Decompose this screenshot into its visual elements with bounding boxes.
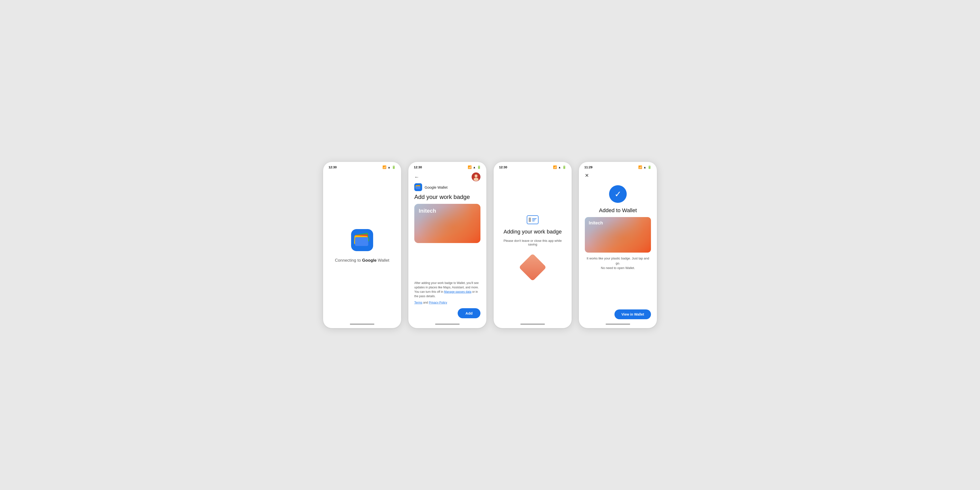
screen2-bottom: After adding your work badge to Wallet, … <box>414 247 480 321</box>
work-badge-icon <box>526 215 539 225</box>
badge-company-name-2: Initech <box>419 208 436 214</box>
id-line-3 <box>532 221 535 221</box>
battery-icon-2: 🔋 <box>477 165 481 169</box>
home-indicator-3 <box>494 321 571 328</box>
status-bar-2: 12:30 📶 ▲ 🔋 <box>409 162 486 170</box>
home-indicator-4 <box>579 321 657 328</box>
battery-icon-4: 🔋 <box>648 165 651 169</box>
user-avatar[interactable] <box>472 172 480 181</box>
screen3-title: Adding your work badge <box>503 229 562 235</box>
screens-container: 12:30 📶 ▲ 🔋 Connecting to Google <box>323 162 657 328</box>
home-indicator-bar-2 <box>435 324 460 325</box>
gw-card-blue <box>416 186 420 189</box>
signal-icon-4: ▲ <box>643 165 646 169</box>
time-4: 11:29 <box>584 165 592 169</box>
screen4-nav: ✕ <box>585 170 651 180</box>
terms-link[interactable]: Terms <box>414 301 422 304</box>
google-wallet-label: Google Wallet <box>425 185 448 189</box>
close-button[interactable]: ✕ <box>585 172 589 178</box>
phone-screen-4: 11:29 📶 ▲ 🔋 ✕ ✓ Added to Wallet Initech … <box>579 162 657 328</box>
card-blue <box>355 237 368 246</box>
screen4-title: Added to Wallet <box>599 207 637 214</box>
time-3: 12:30 <box>499 165 507 169</box>
connecting-text: Connecting to Google Wallet <box>335 258 389 263</box>
google-wallet-icon-small <box>414 183 422 191</box>
screen2-nav: ← <box>414 170 480 183</box>
id-card-icon <box>527 215 539 224</box>
id-lines <box>532 218 536 221</box>
home-indicator-bar-3 <box>520 324 545 325</box>
signal-icon-2: ▲ <box>473 165 476 169</box>
status-icons-2: 📶 ▲ 🔋 <box>468 165 481 169</box>
legal-text: After adding your work badge to Wallet, … <box>414 281 480 298</box>
connecting-brand: Google <box>362 258 377 262</box>
phone-screen-1: 12:30 📶 ▲ 🔋 Connecting to Google <box>323 162 401 328</box>
badge-card-screen4: Initech <box>585 217 651 253</box>
svg-point-1 <box>474 175 477 177</box>
connecting-text-after: Wallet <box>377 258 389 262</box>
and-text: and <box>423 301 429 304</box>
svg-point-2 <box>474 178 479 181</box>
terms-line: Terms and Privacy Policy <box>414 301 480 304</box>
success-checkmark: ✓ <box>609 185 627 203</box>
status-bar-3: 12:30 📶 ▲ 🔋 <box>494 162 571 170</box>
add-button[interactable]: Add <box>458 308 480 318</box>
time-1: 12:30 <box>329 165 337 169</box>
status-icons-3: 📶 ▲ 🔋 <box>553 165 566 169</box>
id-photo-placeholder <box>529 218 531 222</box>
screen3-content: Adding your work badge Please don't leav… <box>500 170 566 321</box>
badge-company-name-4: Initech <box>589 221 603 226</box>
home-indicator-bar-1 <box>350 324 374 325</box>
phone-screen-2: 12:30 📶 ▲ 🔋 ← <box>408 162 487 328</box>
screen4-bottom: View in Wallet <box>585 274 651 321</box>
id-line-2 <box>532 220 536 220</box>
status-bar-4: 11:29 📶 ▲ 🔋 <box>579 162 657 170</box>
wifi-icon-2: 📶 <box>468 165 472 169</box>
google-wallet-icon-large <box>351 229 373 251</box>
status-icons-1: 📶 ▲ 🔋 <box>382 165 396 169</box>
home-indicator-1 <box>323 321 401 328</box>
wifi-icon-1: 📶 <box>382 165 387 169</box>
screen4-desc: It works like your plastic badge. Just t… <box>585 256 651 270</box>
screen3-subtitle: Please don't leave or close this app whi… <box>500 239 566 246</box>
id-line-1 <box>532 218 536 219</box>
home-indicator-bar-4 <box>606 324 630 325</box>
google-wallet-header: Google Wallet <box>414 183 480 191</box>
connecting-text-before: Connecting to <box>335 258 362 262</box>
signal-icon-1: ▲ <box>388 165 391 169</box>
home-indicator-2 <box>409 321 486 328</box>
status-icons-4: 📶 ▲ 🔋 <box>638 165 651 169</box>
time-2: 12:30 <box>414 165 422 169</box>
wifi-icon-3: 📶 <box>553 165 557 169</box>
badge-card-screen2: Initech <box>414 204 480 243</box>
screen1-content: Connecting to Google Wallet <box>329 170 395 321</box>
phone-screen-3: 12:30 📶 ▲ 🔋 <box>493 162 572 328</box>
signal-icon-3: ▲ <box>558 165 561 169</box>
battery-icon-1: 🔋 <box>392 165 396 169</box>
screen4-content: ✓ Added to Wallet Initech It works like … <box>585 180 651 321</box>
loading-diamond <box>519 253 546 281</box>
status-bar-1: 12:30 📶 ▲ 🔋 <box>323 162 401 170</box>
back-button[interactable]: ← <box>414 174 419 180</box>
view-in-wallet-button[interactable]: View in Wallet <box>614 309 651 319</box>
privacy-policy-link[interactable]: Privacy Policy <box>429 301 447 304</box>
wifi-icon-4: 📶 <box>638 165 642 169</box>
screen2-title: Add your work badge <box>414 194 480 200</box>
manage-passes-link[interactable]: Manage passes data <box>444 290 471 294</box>
battery-icon-3: 🔋 <box>562 165 566 169</box>
